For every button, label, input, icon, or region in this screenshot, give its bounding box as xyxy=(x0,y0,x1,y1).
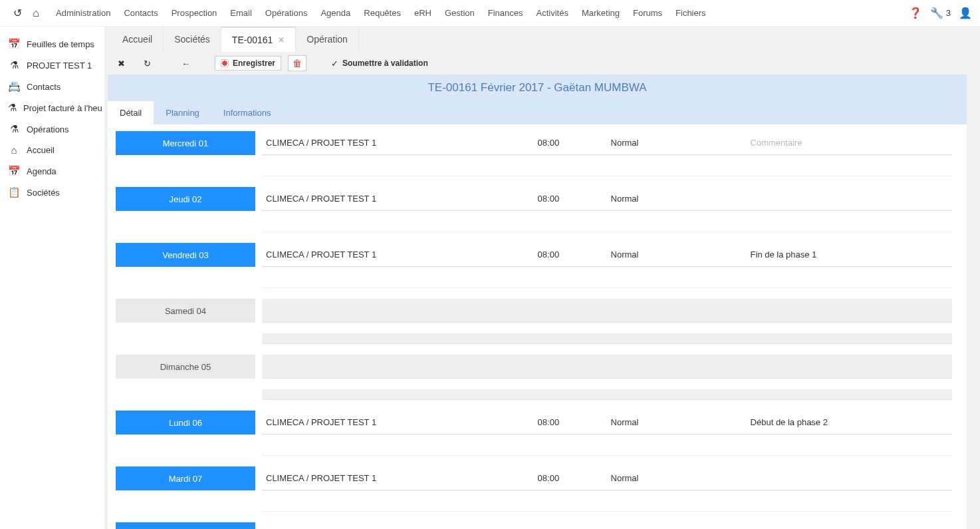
time-cell[interactable]: 08:00 xyxy=(534,243,607,267)
topbar: ↺ ⌂ AdministrationContactsProspectionEma… xyxy=(0,0,980,27)
sidebar-item-soci-t-s[interactable]: 📋Sociétés xyxy=(0,182,104,203)
help-icon[interactable]: ❓ xyxy=(909,7,922,19)
back-button[interactable]: ← xyxy=(176,56,196,71)
type-cell[interactable]: Normal xyxy=(607,466,747,490)
type-cell xyxy=(607,299,747,323)
day-cell[interactable]: Jeudi 02 xyxy=(116,187,255,211)
time-cell[interactable]: 08:00 xyxy=(534,131,607,155)
delete-button[interactable]: 🗑 xyxy=(288,55,306,71)
trash-icon: 🗑 xyxy=(293,58,302,69)
scroll-area[interactable]: TE-00161 Février 2017 - Gaëtan MUMBWA Dé… xyxy=(108,75,977,529)
sidebar-item-projet-test-1[interactable]: ⚗PROJET TEST 1 xyxy=(0,55,104,76)
day-cell[interactable]: Samedi 04 xyxy=(116,299,255,323)
day-cell[interactable]: Mardi 07 xyxy=(116,466,255,490)
refresh-button[interactable]: ↻ xyxy=(138,56,157,71)
menu-erh[interactable]: eRH xyxy=(409,4,437,22)
menu-email[interactable]: Email xyxy=(225,4,257,22)
submit-button[interactable]: ✓ Soumettre à validation xyxy=(325,56,434,71)
underline xyxy=(535,166,608,176)
menu-administration[interactable]: Administration xyxy=(51,4,116,22)
time-cell[interactable]: 08:00 xyxy=(534,466,607,490)
save-button[interactable]: Enregistrer xyxy=(215,56,281,71)
menu-finances[interactable]: Finances xyxy=(483,4,529,22)
comment-cell[interactable] xyxy=(747,466,952,490)
project-cell[interactable]: CLIMECA / PROJET TEST 1 xyxy=(262,187,534,211)
underline xyxy=(535,277,608,288)
project-cell[interactable]: CLIMECA / PROJET TEST 1 xyxy=(262,466,534,490)
underline xyxy=(535,501,608,512)
type-cell[interactable]: Normal xyxy=(607,131,747,155)
banner: TE-00161 Février 2017 - Gaëtan MUMBWA xyxy=(108,75,967,101)
row-fields: CLIMECA / PROJET TEST 108:00Normal xyxy=(255,466,959,490)
tab-soci-t-s[interactable]: Sociétés xyxy=(164,27,221,52)
menu-op-rations[interactable]: Opérations xyxy=(260,4,313,22)
project-cell[interactable]: CLIMECA / PROJET TEST 1 xyxy=(262,411,534,435)
menu-marketing[interactable]: Marketing xyxy=(576,4,625,22)
day-cell[interactable]: Mercredi 01 xyxy=(116,131,255,155)
type-cell[interactable]: Normal xyxy=(607,411,747,435)
menu-forums[interactable]: Forums xyxy=(628,4,668,22)
comment-cell[interactable]: Commentaire xyxy=(747,131,952,155)
comment-cell[interactable]: Fin de la phase 1 xyxy=(747,243,952,267)
subtab-informations[interactable]: Informations xyxy=(211,101,283,124)
type-cell[interactable]: Normal xyxy=(607,187,747,211)
sidebar-item-contacts[interactable]: 📇Contacts xyxy=(0,76,104,97)
comment-cell[interactable] xyxy=(747,522,952,529)
underline xyxy=(608,333,747,344)
day-cell[interactable]: Lundi 06 xyxy=(116,411,255,435)
sidebar-item-label: Agenda xyxy=(27,166,57,176)
tab-label: Accueil xyxy=(122,34,152,45)
underline xyxy=(262,389,535,400)
project-cell[interactable]: CLIMECA / PROJET TEST 1 xyxy=(262,243,534,267)
time-cell[interactable]: 08:00 xyxy=(534,411,607,435)
underline xyxy=(608,445,747,456)
project-cell[interactable]: CLIMECA / PROJET TEST 1 xyxy=(262,131,534,155)
sidebar-item-label: Contacts xyxy=(27,82,61,92)
top-menu: AdministrationContactsProspectionEmailOp… xyxy=(51,4,711,22)
menu-requ-tes[interactable]: Requêtes xyxy=(358,4,406,22)
sidebar-item-feuilles-de-temps[interactable]: 📅Feuilles de temps xyxy=(0,33,104,55)
row-fields: CLIMECA / PROJET TEST 108:00NormalDébut … xyxy=(255,411,959,435)
sidebar-item-agenda[interactable]: 📅Agenda xyxy=(0,160,104,182)
underline xyxy=(747,277,952,288)
type-cell[interactable]: Normal xyxy=(607,243,747,267)
tab-close-icon[interactable]: ✕ xyxy=(278,35,285,45)
time-cell[interactable]: 08:00 xyxy=(534,187,607,211)
sidebar-item-label: Projet facturé à l'heu xyxy=(23,103,102,113)
tab-accueil[interactable]: Accueil xyxy=(112,27,164,52)
underline xyxy=(747,389,952,400)
menu-activit-s[interactable]: Activités xyxy=(531,4,574,22)
subtab-planning[interactable]: Planning xyxy=(154,101,211,124)
comment-cell[interactable]: Début de la phase 2 xyxy=(747,411,952,435)
underline xyxy=(747,166,952,176)
sidebar-item-accueil[interactable]: ⌂Accueil xyxy=(0,140,104,160)
menu-prospection[interactable]: Prospection xyxy=(166,4,223,22)
comment-cell[interactable] xyxy=(747,187,952,211)
timesheet-row: Mercredi 08CLIMECA / PROJET TEST 108:00N… xyxy=(116,522,959,529)
sidebar-item-op-rations[interactable]: ⚗Opérations xyxy=(0,118,104,140)
close-button[interactable]: ✖ xyxy=(112,56,131,71)
day-cell[interactable]: Dimanche 05 xyxy=(116,355,255,379)
menu-gestion[interactable]: Gestion xyxy=(439,4,480,22)
timesheet-row: Lundi 06CLIMECA / PROJET TEST 108:00Norm… xyxy=(116,411,959,456)
sidebar-item-label: Feuilles de temps xyxy=(27,39,94,49)
subtab-détail[interactable]: Détail xyxy=(108,101,154,124)
day-cell[interactable]: Vendredi 03 xyxy=(116,243,255,267)
menu-agenda[interactable]: Agenda xyxy=(315,4,356,22)
tab-te-00161[interactable]: TE-00161✕ xyxy=(221,27,296,52)
close-icon: ✖ xyxy=(118,59,125,69)
home-icon[interactable]: ⌂ xyxy=(27,7,45,19)
type-cell[interactable]: Normal xyxy=(607,522,747,529)
tab-op-ration[interactable]: Opération xyxy=(296,27,358,52)
sidebar-item-projet-factur-l-heu[interactable]: ⚗Projet facturé à l'heu xyxy=(0,97,104,118)
underline xyxy=(747,501,952,512)
settings-icon[interactable]: 🔧 xyxy=(930,7,943,19)
menu-fichiers[interactable]: Fichiers xyxy=(670,4,711,22)
history-icon[interactable]: ↺ xyxy=(8,7,27,19)
project-cell[interactable]: CLIMECA / PROJET TEST 1 xyxy=(262,522,534,529)
user-icon[interactable]: 👤 xyxy=(959,7,972,19)
day-cell[interactable]: Mercredi 08 xyxy=(116,522,255,529)
time-cell[interactable]: 08:00 xyxy=(534,522,607,529)
flask-icon: ⚗ xyxy=(8,59,20,71)
menu-contacts[interactable]: Contacts xyxy=(118,4,163,22)
